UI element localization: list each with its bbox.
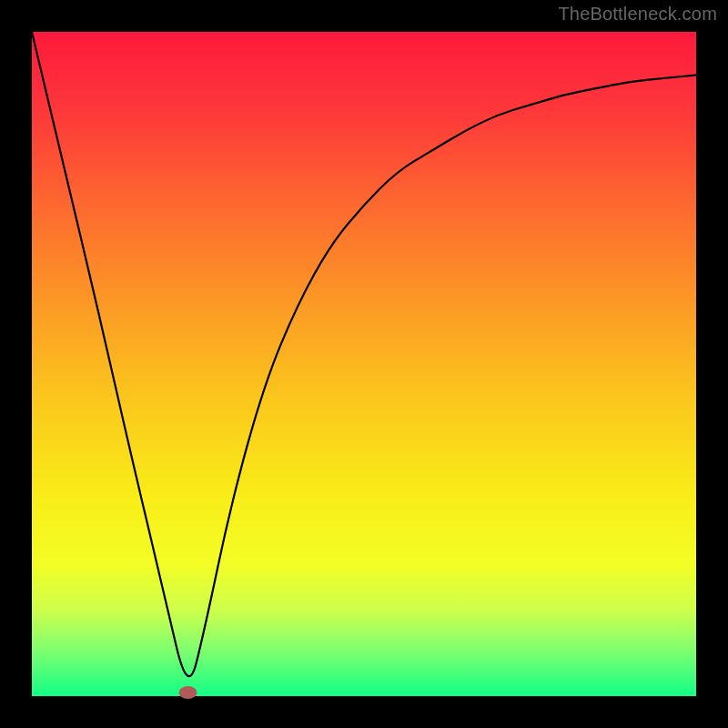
attribution-label: TheBottleneck.com bbox=[558, 4, 717, 25]
chart-root: TheBottleneck.com bbox=[0, 0, 728, 728]
chart-svg bbox=[0, 0, 728, 728]
plot-area bbox=[32, 32, 696, 696]
minimum-marker bbox=[179, 686, 197, 699]
